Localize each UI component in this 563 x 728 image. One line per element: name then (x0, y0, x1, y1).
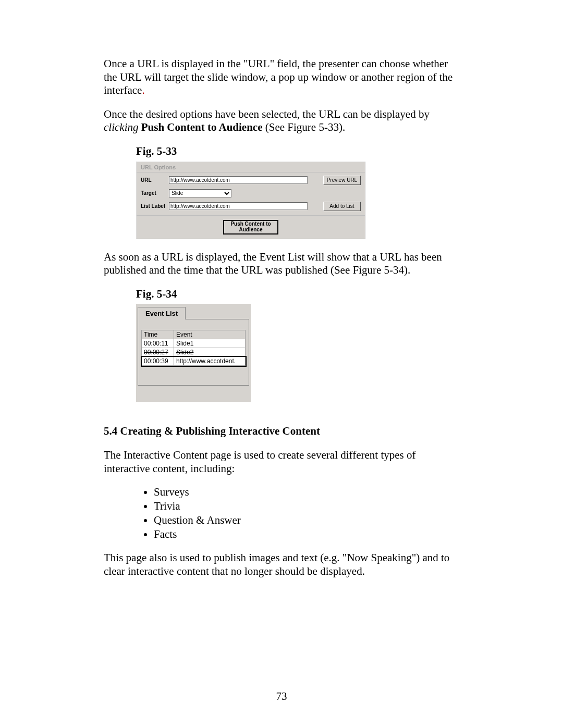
section-5-4-heading: 5.4 Creating & Publishing Interactive Co… (104, 425, 461, 438)
text: (See Figure 5-33). (263, 121, 346, 133)
list-item: Question & Answer (154, 514, 461, 527)
add-to-list-button[interactable]: Add to List (323, 202, 361, 211)
push-content-button[interactable]: Push Content to Audience (223, 220, 278, 235)
page-number: 73 (0, 690, 563, 703)
figure-caption: Fig. 5-33 (136, 145, 461, 158)
table-row[interactable]: 00:00:11 Slide1 (142, 339, 246, 348)
table-row-highlighted[interactable]: 00:00:39 http://www.accotdent. (142, 357, 246, 366)
list-label-label: List Label (141, 203, 169, 209)
panel-title: URL Options (137, 162, 365, 172)
url-label: URL (141, 177, 169, 183)
figure-5-33: Fig. 5-33 URL Options URL Preview URL Ta… (136, 145, 461, 239)
list-item: Surveys (154, 486, 461, 499)
panel-footer: Push Content to Audience (137, 215, 365, 239)
paragraph-url-target: Once a URL is displayed in the "URL" fie… (104, 57, 461, 97)
interactive-content-list: Surveys Trivia Question & Answer Facts (104, 486, 461, 541)
figure-caption: Fig. 5-34 (136, 288, 461, 301)
cell-time: 00:00:39 (142, 357, 174, 366)
cell-event: http://www.accotdent. (174, 357, 246, 366)
text-italic-clicking: clicking (104, 121, 138, 133)
cell-time: 00:00:11 (142, 339, 174, 348)
paragraph-publish-clear: This page also is used to publish images… (104, 551, 461, 578)
url-input[interactable] (169, 176, 308, 184)
figure-5-34: Fig. 5-34 Event List Time Event 00:00:11… (136, 288, 461, 402)
table-row[interactable]: 00:00:27 Slide2 (142, 348, 246, 357)
event-list-panel: Event List Time Event 00:00:11 Slide1 00… (136, 304, 251, 402)
text: Once a URL is displayed in the "URL" fie… (104, 57, 452, 96)
target-label: Target (141, 190, 169, 196)
event-list-frame: Time Event 00:00:11 Slide1 00:00:27 Slid… (138, 319, 249, 386)
paragraph-push-instructions: Once the desired options have been selec… (104, 108, 461, 134)
preview-url-button[interactable]: Preview URL (323, 176, 361, 185)
push-btn-line2: Audience (239, 227, 262, 232)
col-time: Time (142, 330, 174, 339)
text: Once the desired options have been selec… (104, 108, 430, 120)
col-event: Event (174, 330, 246, 339)
panel-body: URL Preview URL Target Slide List Label … (137, 172, 365, 215)
cell-time: 00:00:27 (142, 348, 174, 357)
target-select[interactable]: Slide (169, 189, 231, 198)
event-list-tab[interactable]: Event List (138, 307, 186, 319)
table-header-row: Time Event (142, 330, 246, 339)
push-btn-line1: Push Content to (230, 221, 271, 227)
paragraph-event-list: As soon as a URL is displayed, the Event… (104, 251, 461, 277)
cell-event: Slide2 (174, 348, 246, 357)
url-options-panel: URL Options URL Preview URL Target Slide… (136, 162, 365, 239)
event-table: Time Event 00:00:11 Slide1 00:00:27 Slid… (141, 330, 246, 366)
text-bold-push: Push Content to Audience (141, 121, 263, 133)
cell-event: Slide1 (174, 339, 246, 348)
list-label-input[interactable] (169, 202, 308, 210)
red-period: . (142, 84, 144, 96)
paragraph-interactive-intro: The Interactive Content page is used to … (104, 449, 461, 475)
list-item: Trivia (154, 500, 461, 513)
list-item: Facts (154, 528, 461, 541)
